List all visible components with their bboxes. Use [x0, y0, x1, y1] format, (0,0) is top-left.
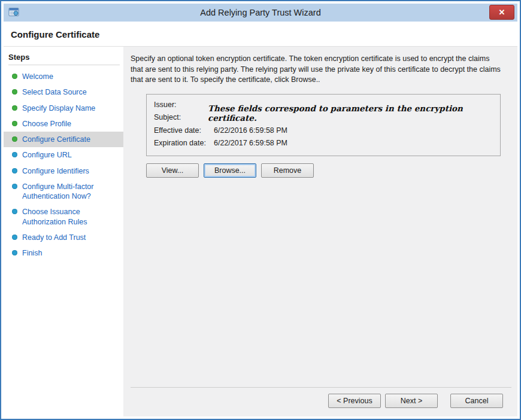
previous-button[interactable]: < Previous [328, 394, 381, 408]
step-label: Configure URL [22, 150, 72, 160]
certificate-buttons: View... Browse... Remove [146, 163, 508, 178]
step-label: Select Data Source [22, 87, 87, 97]
step-label: Configure Identifiers [22, 166, 89, 176]
step-label: Specify Display Name [22, 104, 95, 113]
effective-date-value: 6/22/2016 6:59:58 PM [214, 124, 287, 138]
step-item-configure-identifiers: Configure Identifiers [4, 163, 123, 179]
step-item-finish: Finish [4, 245, 123, 261]
content-area: Specify an optional token encryption cer… [123, 47, 517, 387]
step-item-specify-display-name: Specify Display Name [4, 101, 123, 116]
step-pending-dot [12, 168, 17, 174]
step-label: Choose Issuance Authorization Rules [22, 207, 119, 227]
next-button[interactable]: Next > [385, 394, 438, 408]
expiration-date-value: 6/22/2017 6:59:58 PM [214, 137, 287, 150]
close-button[interactable]: ✕ [489, 5, 514, 20]
step-item-configure-multi-factor-authentication-now: Configure Multi-factor Authentication No… [4, 179, 123, 205]
footer-bar: < Previous Next > Cancel [131, 387, 511, 416]
step-item-configure-certificate: Configure Certificate [4, 132, 123, 147]
effective-date-label: Effective date: [154, 124, 214, 138]
step-item-welcome: Welcome [4, 69, 123, 84]
step-item-choose-issuance-authorization-rules: Choose Issuance Authorization Rules [4, 204, 123, 230]
annotation-note: These fields correspond to parameters in… [208, 104, 494, 123]
step-item-configure-url: Configure URL [4, 147, 123, 163]
step-label: Ready to Add Trust [22, 233, 86, 242]
step-label: Choose Profile [22, 119, 71, 129]
step-label: Finish [22, 248, 42, 258]
expiration-date-label: Expiration date: [154, 137, 214, 150]
step-done-dot [12, 74, 17, 79]
step-done-dot [12, 136, 17, 142]
step-item-select-data-source: Select Data Source [4, 84, 123, 100]
step-done-dot [12, 89, 17, 95]
step-pending-dot [12, 184, 17, 189]
cancel-button[interactable]: Cancel [450, 394, 503, 408]
close-icon: ✕ [499, 8, 505, 17]
step-item-choose-profile: Choose Profile [4, 116, 123, 132]
titlebar: Add Relying Party Trust Wizard ✕ [4, 4, 517, 22]
page-title: Configure Certificate [11, 29, 510, 39]
step-pending-dot [12, 152, 17, 157]
app-icon [8, 7, 19, 17]
steps-heading: Steps [8, 53, 120, 65]
content-column: Specify an optional token encryption cer… [123, 47, 517, 416]
steps-list: WelcomeSelect Data SourceSpecify Display… [4, 69, 123, 261]
effective-date-row: Effective date: 6/22/2016 6:59:58 PM [154, 124, 493, 138]
step-label: Welcome [22, 72, 53, 81]
step-pending-dot [12, 209, 17, 214]
step-done-dot [12, 121, 17, 126]
step-done-dot [12, 105, 17, 111]
wizard-window: Add Relying Party Trust Wizard ✕ Configu… [0, 0, 521, 420]
remove-button[interactable]: Remove [261, 163, 314, 178]
subject-label: Subject: [154, 111, 214, 124]
browse-button[interactable]: Browse... [204, 163, 256, 178]
step-pending-dot [12, 235, 17, 240]
step-pending-dot [12, 250, 17, 255]
steps-sidebar: Steps WelcomeSelect Data SourceSpecify D… [4, 47, 123, 416]
view-button[interactable]: View... [146, 163, 199, 178]
page-header: Configure Certificate [4, 22, 517, 47]
issuer-label: Issuer: [154, 99, 214, 112]
step-label: Configure Certificate [22, 135, 90, 144]
description-text: Specify an optional token encryption cer… [131, 54, 502, 86]
certificate-box: Issuer: Subject: Effective date: 6/22/20… [146, 94, 501, 156]
wizard-body: Steps WelcomeSelect Data SourceSpecify D… [4, 47, 517, 416]
step-label: Configure Multi-factor Authentication No… [22, 182, 119, 202]
expiration-date-row: Expiration date: 6/22/2017 6:59:58 PM [154, 137, 493, 150]
step-item-ready-to-add-trust: Ready to Add Trust [4, 230, 123, 245]
window-title: Add Relying Party Trust Wizard [200, 8, 320, 17]
